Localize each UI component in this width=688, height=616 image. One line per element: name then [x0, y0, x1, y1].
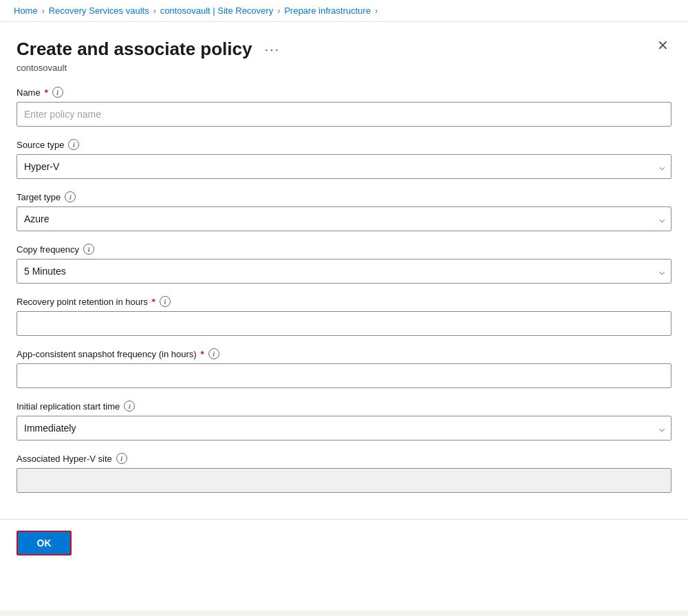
- ok-button[interactable]: OK: [17, 531, 72, 555]
- name-required-star: *: [45, 87, 48, 98]
- recovery-retention-input[interactable]: 2: [17, 311, 671, 336]
- panel-footer: OK: [0, 519, 688, 566]
- breadcrumb-home[interactable]: Home: [14, 6, 38, 16]
- copy-frequency-select-wrapper: 30 Seconds 5 Minutes 15 Minutes ⌵: [17, 259, 671, 284]
- breadcrumb-sep-2: ›: [153, 6, 156, 16]
- copy-frequency-field-group: Copy frequency i 30 Seconds 5 Minutes 15…: [17, 244, 671, 284]
- recovery-retention-field-group: Recovery point retention in hours * i 2: [17, 296, 671, 336]
- hyper-v-site-input: ContosoHyperVSite: [17, 468, 671, 493]
- recovery-retention-required-star: *: [152, 297, 155, 307]
- panel-header-left: Create and associate policy ··· contosov…: [17, 39, 284, 73]
- initial-replication-field-group: Initial replication start time i Immedia…: [17, 401, 671, 440]
- initial-replication-select[interactable]: Immediately Schedule: [17, 416, 671, 440]
- panel-title-row: Create and associate policy ···: [17, 39, 284, 60]
- more-options-icon[interactable]: ···: [260, 40, 284, 59]
- panel-subtitle: contosovault: [17, 63, 284, 73]
- close-button[interactable]: ✕: [654, 36, 671, 55]
- name-field-group: Name * i: [17, 87, 671, 127]
- source-type-select[interactable]: Hyper-V VMware Physical: [17, 154, 671, 179]
- app-snapshot-input[interactable]: 1: [17, 363, 671, 388]
- app-snapshot-field-group: App-consistent snapshot frequency (in ho…: [17, 348, 671, 388]
- breadcrumb-sep-3: ›: [277, 6, 280, 16]
- target-type-info-icon[interactable]: i: [65, 191, 76, 202]
- panel-header: Create and associate policy ··· contosov…: [0, 22, 688, 73]
- app-snapshot-label: App-consistent snapshot frequency (in ho…: [17, 348, 671, 359]
- hyper-v-site-info-icon[interactable]: i: [116, 453, 127, 464]
- breadcrumb-prepare-infra[interactable]: Prepare infrastructure: [284, 6, 371, 16]
- name-info-icon[interactable]: i: [52, 87, 63, 98]
- source-type-label: Source type i: [17, 139, 671, 150]
- breadcrumb-recovery-vaults[interactable]: Recovery Services vaults: [49, 6, 149, 16]
- initial-replication-label: Initial replication start time i: [17, 401, 671, 412]
- panel: Create and associate policy ··· contosov…: [0, 22, 688, 610]
- recovery-retention-info-icon[interactable]: i: [160, 296, 171, 307]
- hyper-v-site-field-group: Associated Hyper-V site i ContosoHyperVS…: [17, 453, 671, 493]
- source-type-field-group: Source type i Hyper-V VMware Physical ⌵: [17, 139, 671, 179]
- hyper-v-site-label: Associated Hyper-V site i: [17, 453, 671, 464]
- source-type-info-icon[interactable]: i: [68, 139, 79, 150]
- target-type-field-group: Target type i Azure On-premises ⌵: [17, 191, 671, 231]
- initial-replication-info-icon[interactable]: i: [124, 401, 135, 412]
- copy-frequency-info-icon[interactable]: i: [83, 244, 94, 255]
- app-snapshot-info-icon[interactable]: i: [208, 348, 219, 359]
- recovery-retention-label: Recovery point retention in hours * i: [17, 296, 671, 307]
- breadcrumb-sep-1: ›: [42, 6, 45, 16]
- app-snapshot-required-star: *: [201, 349, 204, 359]
- breadcrumb-sep-4: ›: [375, 6, 378, 16]
- target-type-select[interactable]: Azure On-premises: [17, 206, 671, 231]
- copy-frequency-label: Copy frequency i: [17, 244, 671, 255]
- panel-title: Create and associate policy: [17, 39, 252, 60]
- target-type-label: Target type i: [17, 191, 671, 202]
- panel-body: Name * i Source type i Hyper-V VMware Ph…: [0, 73, 688, 519]
- name-input[interactable]: [17, 102, 671, 127]
- breadcrumb: Home › Recovery Services vaults › contos…: [0, 0, 688, 22]
- name-label: Name * i: [17, 87, 671, 98]
- copy-frequency-select[interactable]: 30 Seconds 5 Minutes 15 Minutes: [17, 259, 671, 284]
- target-type-select-wrapper: Azure On-premises ⌵: [17, 206, 671, 231]
- breadcrumb-contosovault[interactable]: contosovault | Site Recovery: [160, 6, 274, 16]
- source-type-select-wrapper: Hyper-V VMware Physical ⌵: [17, 154, 671, 179]
- initial-replication-select-wrapper: Immediately Schedule ⌵: [17, 416, 671, 440]
